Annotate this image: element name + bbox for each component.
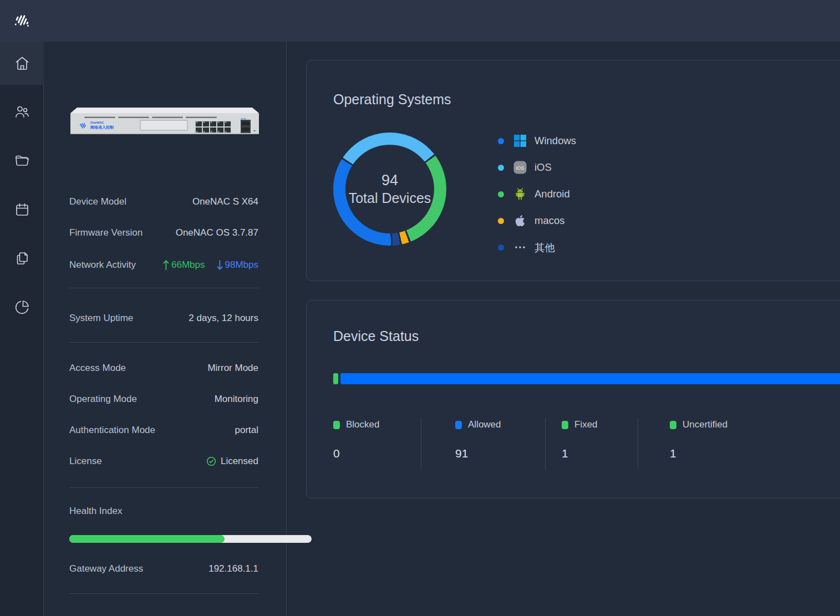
stat-divider [421,418,421,469]
sidebar-item-home[interactable] [0,42,44,85]
total-devices-count: 94 [381,171,398,190]
blocked-label: Blocked [346,419,379,430]
divider [69,487,258,488]
gateway-address-row: Gateway Address 192.168.1.1 [69,562,258,576]
stat-divider [545,418,546,469]
calendar-icon [14,201,30,218]
operating-mode-value: Monitoring [215,394,258,405]
divider [69,342,258,343]
license-row: License Licensed [69,454,258,469]
os-legend: Windows iOS iOS [498,128,576,261]
health-index-fill [69,535,225,543]
device-model-value: OneNAC S X64 [192,196,258,207]
system-uptime-value: 2 days, 12 hours [189,313,258,324]
ellipsis-icon [513,241,527,254]
health-index-label: Health Index [69,506,122,517]
legend-item-other[interactable]: 其他 [498,234,576,261]
uncertified-swatch [670,421,676,429]
download-speed-value: 98Mbps [225,259,258,271]
gateway-address-value: 192.168.1.1 [208,563,258,574]
health-index-row: Health Index [69,504,258,518]
authentication-mode-label: Authentication Mode [69,425,155,436]
sidebar-item-schedule[interactable] [0,188,44,231]
stat-uncertified: Uncertified 1 [670,419,727,460]
download-speed: 98Mbps [216,259,258,271]
users-icon [14,104,30,120]
stat-fixed: Fixed 1 [562,419,598,460]
folder-icon [14,152,30,169]
svg-text:iOS: iOS [516,165,524,171]
firmware-version-value: OneNAC OS 3.7.87 [176,227,258,238]
stat-divider [638,418,638,469]
system-uptime-label: System Uptime [69,313,133,324]
license-check-icon [206,456,216,466]
upload-speed-value: 66Mbps [171,259,205,271]
legend-item-android[interactable]: Android [498,181,576,207]
arrow-down-icon [216,259,223,271]
sidebar [0,42,44,616]
access-mode-value: Mirror Mode [207,363,258,374]
macos-legend-dot [498,218,504,224]
gateway-address-label: Gateway Address [69,563,143,574]
operating-systems-card: Operating Systems 94 Total Devices Windo… [306,60,840,281]
sidebar-item-files[interactable] [0,139,44,182]
blocked-swatch [333,421,340,429]
license-value: Licensed [221,456,258,467]
android-icon [513,187,527,201]
allowed-label: Allowed [468,419,501,430]
firmware-version-row: Firmware Version OneNAC OS 3.7.87 [69,226,258,240]
apple-icon [513,214,527,227]
onenac-logo-icon [12,11,33,32]
sidebar-item-reports[interactable] [0,286,44,329]
divider [69,288,258,288]
authentication-mode-row: Authentication Mode portal [69,423,258,437]
legend-item-ios[interactable]: iOS iOS [498,154,576,181]
allowed-swatch [455,421,462,429]
android-legend-label: Android [534,188,570,200]
os-donut-ring: 94 Total Devices [333,133,446,246]
access-mode-label: Access Mode [69,363,126,374]
uncertified-value: 1 [670,447,727,460]
sidebar-item-users[interactable] [0,90,44,134]
device-ethernet-ports [195,121,231,133]
windows-legend-dot [498,138,504,144]
stat-blocked: Blocked 0 [333,419,379,460]
ios-legend-label: iOS [534,161,552,174]
topbar [0,0,840,42]
ios-legend-dot [498,165,504,171]
sidebar-item-documents[interactable] [0,237,44,280]
firmware-version-label: Firmware Version [69,227,142,238]
device-brand-text: OneNAC [90,121,104,124]
device-model-row: Device Model OneNAC S X64 [69,195,258,209]
pie-chart-icon [14,299,30,315]
operating-mode-label: Operating Mode [69,394,137,405]
allowed-value: 91 [455,447,501,460]
legend-item-windows[interactable]: Windows [498,128,576,154]
legend-item-macos[interactable]: macos [498,207,576,234]
documents-icon [14,250,30,267]
device-model-label: Device Model [69,196,126,207]
macos-legend-label: macos [534,215,565,227]
uncertified-label: Uncertified [683,419,727,430]
stat-allowed: Allowed 91 [455,419,501,460]
app-logo [0,0,44,42]
arrow-up-icon [162,259,170,271]
total-devices-label: Total Devices [349,190,431,207]
device-brand-text-cn: 网络准入控制 [90,125,114,130]
health-index-bar [69,535,312,543]
device-sfp-ports [241,119,251,134]
device-appliance-image: OneNAC 网络准入控制 [70,106,259,136]
operating-systems-title: Operating Systems [333,91,451,108]
home-icon [14,55,30,72]
license-label: License [69,456,102,467]
android-legend-dot [498,191,504,197]
ios-icon: iOS [513,161,527,174]
fixed-value: 1 [562,447,598,460]
blocked-value: 0 [333,447,379,460]
system-uptime-row: System Uptime 2 days, 12 hours [69,311,258,325]
device-status-bar [333,373,840,384]
operating-mode-row: Operating Mode Monitoring [69,392,258,406]
network-activity-label: Network Activity [69,259,136,271]
fixed-swatch [562,421,568,429]
network-activity-row: Network Activity 66Mbps 98Mbps [69,258,258,272]
